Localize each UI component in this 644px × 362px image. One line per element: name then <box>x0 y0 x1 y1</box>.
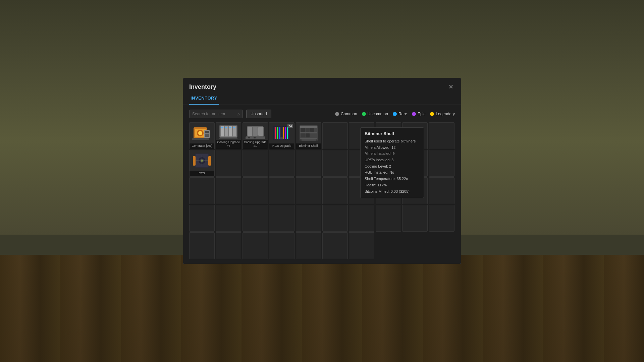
rgb-badge: x2 <box>287 124 293 128</box>
rare-dot <box>393 112 397 116</box>
grid-slot-1[interactable]: Cooling Upgrade #3 <box>216 122 241 149</box>
generator-icon <box>191 123 213 143</box>
grid-slot-45[interactable] <box>322 232 348 259</box>
tab-inventory[interactable]: INVENTORY <box>189 94 219 105</box>
grid-slot-30[interactable] <box>189 205 215 232</box>
grid-slot-15[interactable] <box>322 150 348 177</box>
rarity-uncommon[interactable]: Uncommon <box>362 112 388 116</box>
svg-rect-40 <box>301 128 305 132</box>
item-tooltip: Bitminer Shelf Shelf used to operate bit… <box>360 127 424 198</box>
grid-slot-44[interactable] <box>296 232 321 259</box>
svg-rect-44 <box>306 133 310 137</box>
grid-slot-22[interactable] <box>243 177 268 204</box>
grid-slot-34[interactable] <box>296 205 321 232</box>
grid-slot-12[interactable] <box>243 150 268 177</box>
search-icon: ⌕ <box>237 112 240 116</box>
epic-dot <box>412 112 416 116</box>
svg-point-18 <box>233 127 235 128</box>
grid-slot-40[interactable] <box>189 232 215 259</box>
grid-slot-20[interactable] <box>189 177 215 204</box>
grid-slot-19[interactable] <box>429 150 454 177</box>
search-box[interactable]: ⌕ <box>189 110 243 118</box>
rarity-legendary[interactable]: Legendary <box>430 112 455 116</box>
tooltip-health: Health: 117% <box>365 182 420 188</box>
grid-slot-42[interactable] <box>243 232 268 259</box>
svg-rect-24 <box>248 137 250 138</box>
svg-rect-31 <box>279 127 280 139</box>
rgb-label: RGB Upgrade <box>269 143 294 149</box>
close-button[interactable]: ✕ <box>447 83 455 91</box>
grid-slot-39[interactable] <box>429 205 454 232</box>
rarity-filters: Common Uncommon Rare Epic <box>335 112 455 116</box>
grid-slot-14[interactable] <box>296 150 321 177</box>
modal-overlay: Inventory ✕ INVENTORY ⌕ Unsorted Common <box>0 0 644 362</box>
grid-slot-24[interactable] <box>296 177 321 204</box>
svg-rect-21 <box>253 127 258 136</box>
grid-slot-0[interactable]: Generator [0%] <box>189 122 215 149</box>
grid-slot-11[interactable] <box>216 150 241 177</box>
tooltip-miners-installed: Miners Installed: 9 <box>365 150 420 157</box>
grid-slot-10[interactable]: RTG <box>189 150 215 177</box>
svg-point-17 <box>229 127 231 128</box>
svg-rect-49 <box>193 156 196 166</box>
inventory-modal: Inventory ✕ INVENTORY ⌕ Unsorted Common <box>183 78 461 264</box>
grid-slot-31[interactable] <box>216 205 241 232</box>
rarity-epic[interactable]: Epic <box>412 112 425 116</box>
cooling1-label: Cooling Upgrade #1 <box>243 140 268 149</box>
grid-slot-2[interactable]: Cooling Upgrade #1 <box>243 122 268 149</box>
tooltip-miners-allowed: Miners Allowed: 12 <box>365 144 420 151</box>
rtg-icon <box>191 150 213 171</box>
modal-body: ⌕ Unsorted Common Uncommon Rare <box>183 105 461 264</box>
grid-slot-43[interactable] <box>269 232 294 259</box>
grid-slot-46[interactable] <box>349 232 374 259</box>
svg-rect-22 <box>258 127 263 136</box>
rtg-label: RTG <box>190 171 214 176</box>
grid-slot-33[interactable] <box>269 205 294 232</box>
grid-slot-21[interactable] <box>216 177 241 204</box>
generator-label: Generator [0%] <box>190 143 214 149</box>
grid-slot-41[interactable] <box>216 232 241 259</box>
svg-rect-25 <box>254 137 256 138</box>
tooltip-desc: Shelf used to operate bitminers <box>365 138 420 144</box>
tooltip-shelf-temp: Shelf Temperature: 35.22c <box>365 176 420 182</box>
grid-slot-4[interactable]: Bitminer Shelf <box>296 122 321 149</box>
grid-slot-25[interactable] <box>322 177 348 204</box>
grid-slot-13[interactable] <box>269 150 294 177</box>
grid-slot-32[interactable] <box>243 205 268 232</box>
svg-rect-33 <box>285 127 286 139</box>
svg-rect-20 <box>248 127 252 136</box>
legendary-label: Legendary <box>436 112 455 116</box>
search-input[interactable] <box>192 112 235 116</box>
svg-rect-6 <box>205 134 209 137</box>
grid-slot-23[interactable] <box>269 177 294 204</box>
svg-rect-46 <box>316 139 317 141</box>
cooling3-icon <box>218 123 239 140</box>
grid-slot-35[interactable] <box>322 205 348 232</box>
svg-rect-35 <box>280 137 283 139</box>
grid-slot-36[interactable] <box>349 205 374 232</box>
common-label: Common <box>341 112 357 116</box>
rarity-rare[interactable]: Rare <box>393 112 407 116</box>
tooltip-rgb-installed: RGB Installed: No <box>365 169 420 176</box>
svg-rect-7 <box>192 138 209 140</box>
legendary-dot <box>430 112 434 116</box>
shelf-icon <box>298 123 319 143</box>
grid-slot-29[interactable] <box>429 177 454 204</box>
tooltip-cooling-level: Cooling Level: 2 <box>365 163 420 170</box>
grid-slot-37[interactable] <box>376 205 401 232</box>
rarity-common[interactable]: Common <box>335 112 357 116</box>
unsorted-button[interactable]: Unsorted <box>246 110 271 118</box>
tooltip-ups-installed: UPS's Installed: 3 <box>365 157 420 163</box>
grid-slot-38[interactable] <box>402 205 428 232</box>
epic-label: Epic <box>418 112 425 116</box>
modal-title: Inventory <box>189 83 216 90</box>
shelf-label: Bitminer Shelf <box>296 143 321 149</box>
svg-point-15 <box>221 127 223 128</box>
svg-rect-42 <box>310 128 314 132</box>
grid-slot-3[interactable]: x2 <box>269 122 294 149</box>
tooltip-bitcoins-mined: Bitcoins Mined: 0.03 ($205) <box>365 188 420 195</box>
grid-slot-5[interactable] <box>322 122 348 149</box>
svg-rect-38 <box>300 132 317 133</box>
grid-slot-9[interactable] <box>429 122 454 149</box>
svg-rect-30 <box>277 127 278 139</box>
